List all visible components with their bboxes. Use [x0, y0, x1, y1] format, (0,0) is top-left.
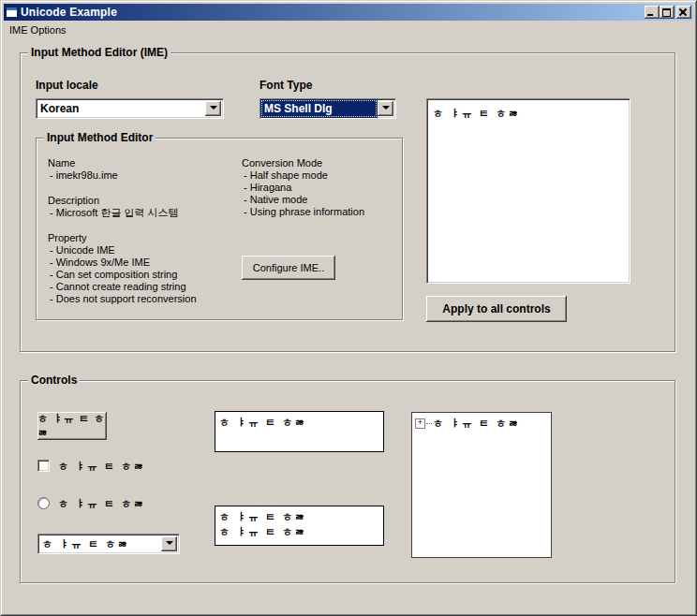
sample-edit-single[interactable]: ㅎ ㅑㅠ ㅌ ㅎㅀ [215, 411, 384, 452]
property-item: - Can set composition string [50, 269, 177, 281]
input-locale-combo[interactable]: Korean [36, 98, 224, 119]
ime-preview-textarea[interactable]: ㅎ ㅑㅠ ㅌ ㅎㅀ [426, 98, 630, 284]
conversion-mode-label: Conversion Mode [242, 157, 322, 169]
maximize-icon [662, 8, 671, 17]
sample-button-label: ㅎ ㅑㅠ ㅌ ㅎㅀ [37, 412, 107, 440]
minimize-icon [647, 14, 653, 16]
ime-group: Input Method Editor (IME) Input locale K… [20, 52, 675, 352]
tree-item-row[interactable]: + ㅎ ㅑㅠ ㅌ ㅎㅀ [415, 417, 548, 431]
input-locale-label: Input locale [36, 79, 98, 92]
conversion-item: - Native mode [244, 194, 307, 206]
apply-to-all-controls-button[interactable]: Apply to all controls [426, 296, 567, 322]
window-title: Unicode Example [21, 6, 117, 19]
property-item: - Does not support reconversion [50, 293, 197, 305]
conversion-item: - Using phrase information [244, 206, 364, 218]
input-locale-value: Korean [37, 99, 223, 118]
chevron-down-icon [382, 106, 390, 113]
name-label: Name [48, 157, 75, 169]
font-type-value: MS Shell Dlg [260, 99, 378, 118]
controls-group-title: Controls [28, 374, 80, 387]
window-controls [645, 6, 691, 19]
tree-item-label: ㅎ ㅑㅠ ㅌ ㅎㅀ [433, 417, 520, 431]
sample-checkbox[interactable] [37, 460, 50, 472]
property-item: - Cannot create reading string [50, 281, 186, 293]
property-label: Property [48, 232, 87, 244]
name-value: - imekr98u.ime [50, 169, 118, 182]
description-label: Description [48, 195, 99, 207]
conversion-item: - Half shape mode [244, 169, 328, 182]
font-type-dropdown-button[interactable] [378, 101, 393, 116]
tree-expand-icon[interactable]: + [415, 418, 425, 429]
chevron-down-icon [210, 106, 217, 113]
sample-treeview[interactable]: + ㅎ ㅑㅠ ㅌ ㅎㅀ [411, 412, 552, 558]
ime-preview-text: ㅎ ㅑㅠ ㅌ ㅎㅀ [433, 108, 520, 119]
conversion-item: - Hiragana [244, 182, 291, 194]
sample-combo-dropdown-button[interactable] [161, 536, 177, 551]
description-value: - Microsoft 한글 입력 시스템 [50, 207, 179, 219]
sample-radio[interactable] [37, 497, 50, 509]
sample-button[interactable]: ㅎ ㅑㅠ ㅌ ㅎㅀ [37, 412, 107, 440]
sample-combo-value: ㅎ ㅑㅠ ㅌ ㅎㅀ [42, 537, 129, 551]
property-item: - Windows 9x/Me IME [50, 257, 150, 269]
chevron-down-icon [166, 541, 173, 549]
tree-connector [426, 423, 432, 425]
sample-combo[interactable]: ㅎ ㅑㅠ ㅌ ㅎㅀ [37, 534, 180, 554]
font-type-label: Font Type [260, 79, 312, 92]
sample-edit-single-text: ㅎ ㅑㅠ ㅌ ㅎㅀ [219, 417, 306, 428]
sample-checkbox-label[interactable]: ㅎ ㅑㅠ ㅌ ㅎㅀ [58, 460, 145, 474]
controls-group: Controls ㅎ ㅑㅠ ㅌ ㅎㅀ ㅎ ㅑㅠ ㅌ ㅎㅀ ㅎ ㅑㅠ ㅌ ㅎㅀ ㅎ… [20, 380, 675, 583]
app-window: Unicode Example IME Options Input Method… [0, 0, 697, 616]
close-button[interactable] [676, 6, 691, 19]
sample-edit-multi[interactable]: ㅎ ㅑㅠ ㅌ ㅎㅀ ㅎ ㅑㅠ ㅌ ㅎㅀ [215, 506, 384, 546]
property-item: - Unicode IME [50, 244, 115, 257]
maximize-button[interactable] [660, 6, 675, 19]
ime-editor-group-title: Input Method Editor [44, 131, 156, 144]
app-icon[interactable] [6, 7, 18, 18]
ime-group-title: Input Method Editor (IME) [28, 46, 171, 59]
title-bar[interactable]: Unicode Example [4, 4, 693, 21]
ime-editor-group: Input Method Editor Name - imekr98u.ime … [36, 138, 403, 320]
menu-bar: IME Options [4, 22, 693, 37]
menu-item-ime-options[interactable]: IME Options [4, 23, 72, 37]
sample-edit-multi-line: ㅎ ㅑㅠ ㅌ ㅎㅀ [219, 509, 379, 524]
minimize-button[interactable] [645, 6, 660, 19]
sample-edit-multi-line: ㅎ ㅑㅠ ㅌ ㅎㅀ [219, 524, 379, 539]
configure-ime-button[interactable]: Configure IME.. [242, 256, 335, 280]
sample-radio-label[interactable]: ㅎ ㅑㅠ ㅌ ㅎㅀ [58, 497, 145, 511]
input-locale-dropdown-button[interactable] [205, 101, 221, 116]
close-icon [679, 8, 687, 15]
font-type-combo[interactable]: MS Shell Dlg [260, 98, 396, 119]
